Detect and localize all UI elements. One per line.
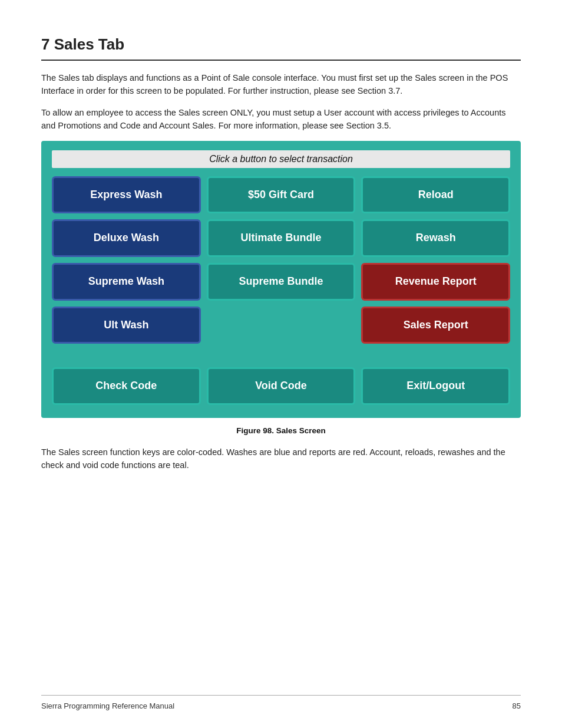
button-grid-row3: Supreme Wash Supreme Bundle Revenue Repo… bbox=[52, 263, 510, 301]
button-grid-row4: Ult Wash Sales Report bbox=[52, 307, 510, 344]
void-code-button[interactable]: Void Code bbox=[207, 367, 356, 405]
empty-placeholder bbox=[207, 307, 356, 344]
page-title: 7 Sales Tab bbox=[41, 35, 521, 54]
sales-screen-panel: Click a button to select transaction Exp… bbox=[41, 141, 521, 418]
check-code-button[interactable]: Check Code bbox=[52, 367, 201, 405]
paragraph-2: To allow an employee to access the Sales… bbox=[41, 106, 521, 133]
exit-logout-button[interactable]: Exit/Logout bbox=[361, 367, 510, 405]
footer: Sierra Programming Reference Manual 85 bbox=[41, 701, 521, 710]
paragraph-1: The Sales tab displays and functions as … bbox=[41, 71, 521, 98]
figure-caption: Figure 98. Sales Screen bbox=[41, 426, 521, 435]
panel-header: Click a button to select transaction bbox=[52, 150, 510, 168]
footer-left: Sierra Programming Reference Manual bbox=[41, 701, 174, 710]
footer-rule bbox=[41, 695, 521, 696]
ult-wash-button[interactable]: Ult Wash bbox=[52, 307, 201, 344]
footer-right: 85 bbox=[513, 701, 521, 710]
reload-button[interactable]: Reload bbox=[361, 176, 510, 214]
gift-card-button[interactable]: $50 Gift Card bbox=[207, 176, 356, 214]
revenue-report-button[interactable]: Revenue Report bbox=[361, 263, 510, 301]
title-divider bbox=[41, 60, 521, 61]
deluxe-wash-button[interactable]: Deluxe Wash bbox=[52, 219, 201, 257]
paragraph-3: The Sales screen function keys are color… bbox=[41, 446, 521, 472]
rewash-button[interactable]: Rewash bbox=[361, 219, 510, 257]
button-grid-row1: Express Wash $50 Gift Card Reload bbox=[52, 176, 510, 214]
ultimate-bundle-button[interactable]: Ultimate Bundle bbox=[207, 219, 356, 257]
supreme-wash-button[interactable]: Supreme Wash bbox=[52, 263, 201, 301]
bottom-button-row: Check Code Void Code Exit/Logout bbox=[52, 367, 510, 405]
sales-report-button[interactable]: Sales Report bbox=[361, 307, 510, 344]
button-grid-row2: Deluxe Wash Ultimate Bundle Rewash bbox=[52, 219, 510, 257]
supreme-bundle-button[interactable]: Supreme Bundle bbox=[207, 263, 356, 301]
express-wash-button[interactable]: Express Wash bbox=[52, 176, 201, 214]
